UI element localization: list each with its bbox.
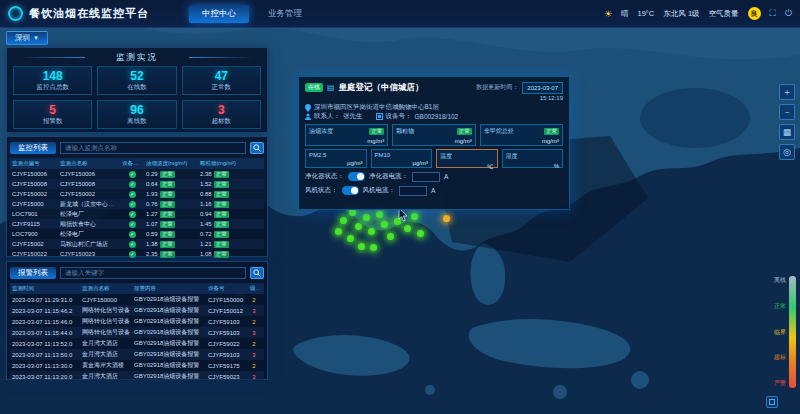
fullscreen-icon[interactable]: ⛶ [770,8,776,19]
fan-status-label: 风机状态： [305,186,338,195]
purifier-current-input[interactable] [412,172,440,182]
stat-label: 超标数 [212,117,232,126]
cell-particulate: 1.08 正常 [198,251,250,258]
monitor-detail-popup: 在线 ▤ 皇庭登记（中信城店） 数据更新时间： 2023-03-07 15:12… [298,76,570,210]
particulate-value: 0.72 [200,231,212,237]
metric-card[interactable]: 油烟浓度 正常 mg/m³ [305,124,388,146]
stat-card[interactable]: 3 超标数 [182,100,261,129]
monitor-table-row[interactable]: LOC7900 松泽电厂 ✓ 0.59 正常 0.72 正常 [10,229,264,239]
cell-alarm-content: GBY02918油烟设备报警 [132,350,206,359]
alarm-search-input[interactable] [60,267,246,279]
map-tool-button[interactable]: ◎ [779,144,795,160]
metric-unit: mg/m³ [396,138,471,144]
tab-business-mgmt[interactable]: 业务管理 [255,5,315,23]
stat-label: 正常数 [212,83,232,92]
map-tool-button[interactable]: ＋ [779,84,795,100]
cell-point-id: LOC7901 [10,211,58,217]
legend-gradient-bar [789,276,796,388]
cell-alarm-time: 2023-03-07 11:13:52.0 [10,341,80,347]
monitor-table-row[interactable]: CJYF150002 CJYF150002 ✓ 1.93 正常 0.88 正常 [10,189,264,199]
fan-current-input[interactable] [399,186,427,196]
metric-status-badge: 正常 [457,128,472,135]
stat-card[interactable]: 5 报警数 [13,100,92,129]
monitor-point-marker[interactable] [340,217,347,224]
metric-unit: % [506,163,560,169]
monitor-table-row[interactable]: CJYF150022 CJYF150023 ✓ 2.35 正常 1.08 正常 [10,249,264,259]
monitor-point-marker[interactable] [335,228,342,235]
alarm-search-button[interactable] [250,267,264,279]
monitor-point-marker[interactable] [368,228,375,235]
metric-unit: μg/m³ [309,160,363,166]
alarm-table-row[interactable]: 2023-03-07 11:13:30.0 黄金海岸大酒楼 GBY02918油烟… [10,360,264,371]
cell-alarm-level: 2 [248,297,260,303]
map-tool-button[interactable]: － [779,104,795,120]
cell-alarm-level: 3 [248,352,260,358]
metric-card[interactable]: 湿度 % [502,149,564,168]
city-selector-button[interactable]: 深圳 ▼ [6,31,48,45]
alarm-table-body: 2023-03-07 11:29:31.0 CJYF150000 GBY0291… [10,294,264,382]
metric-card[interactable]: 温度 ℃ [436,149,498,168]
main-nav: 中控中心 业务管理 [189,5,315,23]
city-selector-label: 深圳 [15,33,30,43]
wind-text: 东北风 1级 [663,9,699,19]
monitor-search-input[interactable] [60,142,246,154]
monitor-table-row[interactable]: CJYF15002 马鞍山村汇广场店 ✓ 1.38 正常 1.21 正常 [10,239,264,249]
monitor-table-row[interactable]: CJYF150008 CJYF150008 ✓ 0.64 正常 1.52 正常 [10,179,264,189]
stat-card[interactable]: 148 监控点总数 [13,66,92,95]
monitor-point-marker[interactable] [370,244,377,251]
monitor-point-marker[interactable] [363,214,370,221]
minimap-toggle[interactable] [766,396,778,408]
cell-alarm-point: 金月湾大酒店 [80,339,132,348]
map-tool-button[interactable]: ▦ [779,124,795,140]
metric-card[interactable]: 非甲烷总烃 正常 mg/m³ [480,124,563,146]
monitor-point-marker[interactable] [381,221,388,228]
monitor-table-row[interactable]: CJYF15000 新龙城（汉京中心店） ✓ 0.76 正常 1.16 正常 [10,199,264,209]
power-icon[interactable]: ⏻ [785,8,792,19]
cell-point-id: CJYF150002 [10,191,58,197]
alarm-table-row[interactable]: 2023-03-07 11:13:20.0 金月湾大酒店 GBY02918油烟设… [10,371,264,382]
monitor-point-marker[interactable] [443,215,450,222]
stat-card[interactable]: 52 在线数 [97,66,176,95]
tab-control-center[interactable]: 中控中心 [189,5,249,23]
alarm-table-row[interactable]: 2023-03-07 11:13:50.0 金月湾大酒店 GBY02918油烟设… [10,349,264,360]
metric-card[interactable]: 颗粒物 正常 mg/m³ [392,124,475,146]
metric-label: 颗粒物 [396,127,414,136]
alarm-table-row[interactable]: 2023-03-07 11:29:31.0 CJYF150000 GBY0291… [10,294,264,305]
alarm-table-row[interactable]: 2023-03-07 11:13:52.0 金月湾大酒店 GBY02918油烟设… [10,338,264,349]
monitor-point-marker[interactable] [404,225,411,232]
legend-label: 临界 [774,328,786,337]
monitor-point-marker[interactable] [376,211,383,218]
stat-card[interactable]: 47 正常数 [182,66,261,95]
metric-card[interactable]: PM2.5 μg/m³ [305,149,367,168]
purifier-toggle[interactable] [348,172,365,181]
metric-card[interactable]: PM10 μg/m³ [371,149,433,168]
monitor-table-row[interactable]: CJYF9115 顺德饮食中心 ✓ 1.07 正常 1.45 正常 [10,219,264,229]
fan-toggle[interactable] [342,186,359,195]
tab-alarm-list[interactable]: 报警列表 [10,267,56,279]
date-picker[interactable]: 2023-03-07 [522,82,563,94]
monitor-point-marker[interactable] [411,213,418,220]
stats-grid: 148 监控点总数 52 在线数 47 正常数 5 报警数 [13,66,261,129]
monitor-point-marker[interactable] [358,243,365,250]
cell-fume: 0.29 正常 [144,171,198,178]
contact-value: 张先生 [343,112,363,121]
fume-value: 2.35 [146,251,158,257]
address-text: 深圳市福田区笋岗街道中信城购物中心B1层 [314,103,439,112]
monitor-point-marker[interactable] [355,223,362,230]
monitor-point-marker[interactable] [387,233,394,240]
monitor-table-row[interactable]: LOC7901 松泽电厂 ✓ 1.27 正常 0.94 正常 [10,209,264,219]
monitor-point-marker[interactable] [349,209,356,216]
monitor-table-row[interactable]: CJYF150006 CJYF150006 ✓ 0.29 正常 2.38 正常 [10,169,264,179]
alarm-table-row[interactable]: 2023-03-07 11:15:46.2 网络转化信号设备 GBY02918油… [10,305,264,316]
status-badge: 正常 [214,181,229,188]
monitor-point-marker[interactable] [417,230,424,237]
alarm-table-row[interactable]: 2023-03-07 11:15:46.0 网络转化信号设备 GBY02918油… [10,316,264,327]
stat-card[interactable]: 96 离线数 [97,100,176,129]
monitor-search-button[interactable] [250,142,264,154]
device-icon [376,113,383,120]
metric-unit: μg/m³ [375,160,429,166]
tab-monitor-list[interactable]: 监控列表 [10,142,56,154]
particulate-value: 1.16 [200,201,212,207]
alarm-table-row[interactable]: 2023-03-07 11:15:44.0 网络转化信号设备 GBY02918油… [10,327,264,338]
monitor-point-marker[interactable] [347,235,354,242]
